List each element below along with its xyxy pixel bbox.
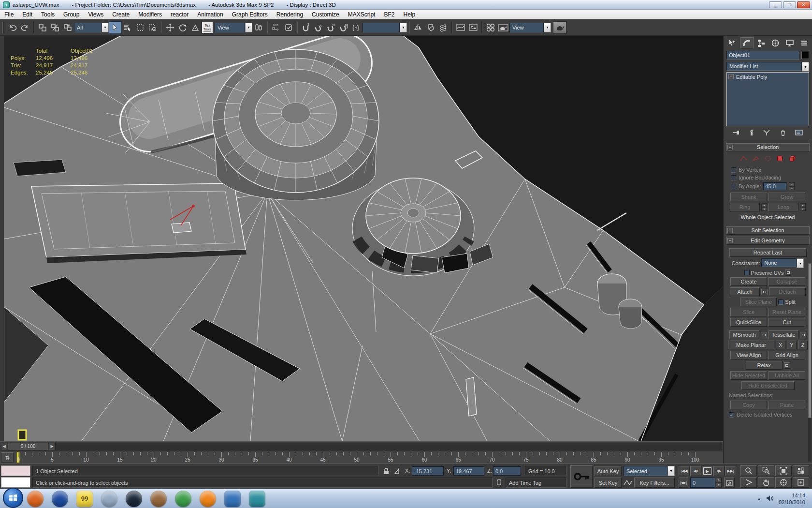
volume-icon[interactable] [766, 495, 774, 503]
pan-button[interactable] [758, 477, 774, 488]
repeat-last-button[interactable]: Repeat Last [729, 248, 807, 257]
edit-geometry-rollout-header[interactable]: −Edit Geometry [726, 237, 810, 245]
shrink-button[interactable]: Shrink [730, 193, 767, 201]
arc-rotate-button[interactable] [775, 477, 792, 488]
split-checkbox[interactable] [778, 299, 783, 305]
loop-button[interactable]: Loop [768, 203, 798, 211]
view-align-button[interactable]: View Align [730, 351, 767, 359]
element-mode-button[interactable] [788, 155, 796, 163]
menu-item-help[interactable]: Help [399, 10, 420, 19]
next-frame-button[interactable]: ▶ [49, 443, 55, 450]
y-coordinate-field[interactable]: 19.467 [453, 466, 484, 476]
cut-button[interactable]: Cut [768, 318, 805, 327]
zoom-button[interactable] [740, 465, 757, 476]
tab-create[interactable] [725, 37, 739, 49]
make-planar-button[interactable]: Make Planar [728, 341, 774, 349]
ring-spinner[interactable]: ▲▼ [761, 203, 767, 211]
set-keys-button[interactable] [570, 465, 593, 488]
selection-rollout-header[interactable]: −Selection [726, 143, 810, 151]
preserve-uvs-settings-button[interactable] [785, 269, 791, 276]
select-link-button[interactable] [36, 21, 49, 34]
copy-button[interactable]: Copy [730, 401, 767, 409]
current-frame-field[interactable]: 0 [690, 478, 715, 488]
grid-align-button[interactable]: Grid Align [768, 351, 805, 359]
edge-mode-button[interactable] [752, 155, 759, 163]
stack-expand-icon[interactable]: + [728, 74, 734, 79]
make-unique-button[interactable] [763, 129, 770, 137]
spinner-snap-button[interactable] [337, 21, 350, 34]
configure-modifier-sets-button[interactable] [795, 129, 803, 137]
minimize-button[interactable]: ▁ [769, 1, 782, 8]
relax-settings-button[interactable] [784, 362, 790, 369]
grow-button[interactable]: Grow [768, 193, 805, 201]
polygon-mode-button[interactable] [776, 155, 783, 163]
menu-item-graph-editors[interactable]: Graph Editors [228, 10, 272, 19]
modifier-list-dropdown[interactable]: Modifier List▼ [724, 61, 812, 71]
taskbar-app-icon-4[interactable] [101, 491, 117, 507]
unhide-all-button[interactable]: Unhide All [768, 371, 805, 380]
quickslice-button[interactable]: QuickSlice [730, 318, 767, 327]
taskbar-app-icon-2[interactable] [52, 491, 68, 507]
keyboard-override-button[interactable] [282, 21, 295, 34]
zoom-all-button[interactable] [758, 465, 774, 476]
reference-coordinate-dropdown[interactable]: View▼ [215, 23, 252, 32]
slice-plane-button[interactable]: Slice Plane [740, 298, 777, 306]
soft-selection-rollout-header[interactable]: +Soft Selection [726, 226, 810, 235]
menu-item-customize[interactable]: Customize [307, 10, 344, 19]
tab-hierarchy[interactable] [754, 37, 768, 49]
detach-button[interactable]: Detach [769, 287, 806, 296]
menu-item-create[interactable]: Create [108, 10, 134, 19]
by-angle-spinner[interactable]: ▲▼ [789, 182, 795, 190]
border-mode-button[interactable] [764, 155, 771, 163]
menu-item-reactor[interactable]: reactor [166, 10, 193, 19]
unlink-button[interactable] [49, 21, 61, 34]
curve-editor-button[interactable] [454, 21, 467, 34]
maxscript-mini-listener-pink[interactable] [1, 465, 30, 476]
menu-item-rendering[interactable]: Rendering [272, 10, 307, 19]
menu-item-animation[interactable]: Animation [193, 10, 227, 19]
use-center-button[interactable] [252, 21, 265, 34]
maxscript-mini-listener-white[interactable] [1, 477, 30, 488]
hide-unselected-button[interactable]: Hide Unselected [741, 381, 795, 390]
time-slider-handle[interactable]: 0 / 100 [8, 443, 48, 450]
constraints-dropdown[interactable]: None▼ [761, 258, 804, 268]
select-rotate-button[interactable] [176, 21, 189, 34]
time-slider-track[interactable] [55, 443, 722, 450]
taskbar-app-icon-5[interactable] [126, 491, 142, 507]
by-vertex-checkbox[interactable] [731, 167, 736, 173]
rectangular-selection-button[interactable] [134, 21, 146, 34]
planar-y-button[interactable]: Y [787, 341, 797, 349]
msmooth-settings-button[interactable] [761, 332, 767, 338]
loop-spinner[interactable]: ▲▼ [800, 203, 806, 211]
undo-button[interactable] [6, 21, 19, 34]
z-coordinate-field[interactable]: 0.0 [493, 466, 521, 476]
object-name-field[interactable]: Object01 [726, 51, 799, 60]
mirror-button[interactable] [412, 21, 424, 34]
time-configuration-button[interactable] [724, 478, 735, 488]
textools-button[interactable]: TexTools [202, 22, 213, 33]
attach-settings-button[interactable] [761, 289, 768, 295]
stack-item-editable-poly[interactable]: + Editable Poly [727, 73, 809, 81]
previous-frame-button[interactable]: ◀ [1, 443, 7, 450]
taskbar-app-icon-6[interactable] [150, 491, 167, 507]
attach-button[interactable]: Attach [730, 287, 760, 296]
object-color-swatch[interactable] [801, 51, 809, 59]
percent-snap-button[interactable]: % [325, 21, 337, 34]
angle-snap-button[interactable] [312, 21, 325, 34]
key-mode-dropdown[interactable]: Selected▼ [624, 466, 675, 476]
track-bar[interactable]: ⇅ 05101520253035404550556065707580859095… [0, 451, 723, 463]
snap-offset-button[interactable]: 0.00 [270, 21, 282, 34]
go-to-start-button[interactable]: |◀◀ [679, 466, 690, 476]
go-to-end-button[interactable]: ▶▶| [725, 466, 736, 476]
absolute-relative-toggle[interactable] [393, 468, 400, 476]
paste-button[interactable]: Paste [768, 401, 805, 409]
window-crossing-button[interactable] [146, 21, 159, 34]
menu-item-file[interactable]: File [0, 10, 18, 19]
quick-render-button[interactable] [553, 21, 566, 34]
taskbar-app-icon-10[interactable] [249, 491, 265, 507]
menu-item-bf2[interactable]: BF2 [379, 10, 399, 19]
tab-utilities[interactable] [798, 37, 811, 49]
render-preset-dropdown[interactable]: View▼ [509, 23, 551, 32]
field-of-view-button[interactable] [740, 477, 757, 488]
set-key-button[interactable]: Set Key [594, 478, 622, 488]
